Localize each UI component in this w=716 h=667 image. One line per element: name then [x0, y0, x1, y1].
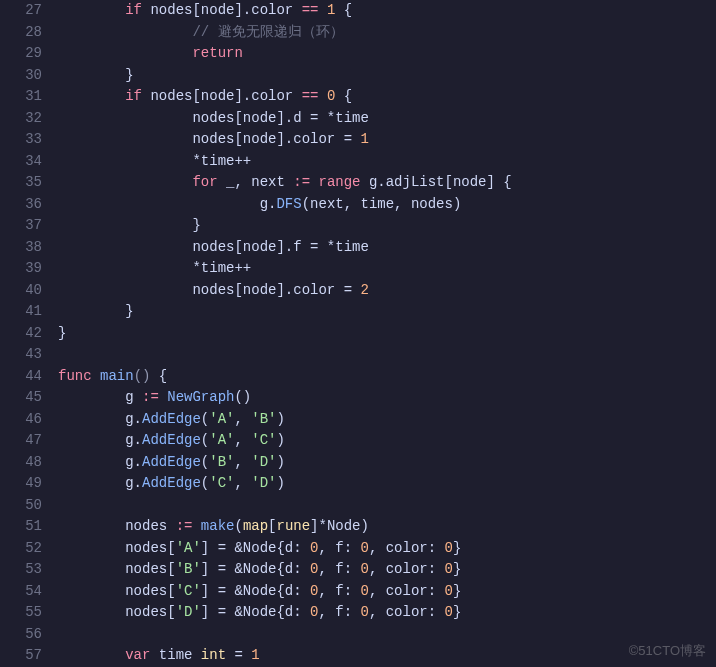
code-token: [318, 88, 326, 104]
code-line[interactable]: g := NewGraph(): [58, 387, 716, 409]
code-line[interactable]: g.AddEdge('C', 'D'): [58, 473, 716, 495]
code-token: 0: [361, 561, 369, 577]
code-token: g.: [125, 411, 142, 427]
code-token: nodes[: [125, 604, 175, 620]
code-token: range: [318, 174, 360, 190]
code-line[interactable]: g.AddEdge('B', 'D'): [58, 452, 716, 474]
code-line[interactable]: // 避免无限递归（环）: [58, 22, 716, 44]
code-token: AddEdge: [142, 454, 201, 470]
code-token: (: [201, 454, 209, 470]
code-token: (: [201, 411, 209, 427]
code-editor[interactable]: 2728293031323334353637383940414243444546…: [0, 0, 716, 667]
code-line[interactable]: g.AddEdge('A', 'C'): [58, 430, 716, 452]
code-token: ): [277, 411, 285, 427]
code-token: 'B': [176, 561, 201, 577]
code-token: 'A': [176, 540, 201, 556]
code-line[interactable]: for _, next := range g.adjList[node] {: [58, 172, 716, 194]
code-line[interactable]: nodes[node].f = *time: [58, 237, 716, 259]
code-line[interactable]: [58, 624, 716, 646]
code-token: 0: [361, 583, 369, 599]
code-token: time: [150, 647, 200, 663]
code-line[interactable]: }: [58, 323, 716, 345]
code-token: (): [134, 368, 151, 384]
code-token: ): [277, 475, 285, 491]
code-line[interactable]: g.AddEdge('A', 'B'): [58, 409, 716, 431]
line-number: 34: [0, 151, 42, 173]
code-line[interactable]: var time int = 1: [58, 645, 716, 667]
line-number: 39: [0, 258, 42, 280]
code-token: , f:: [318, 583, 360, 599]
code-token: make: [201, 518, 235, 534]
code-line[interactable]: nodes[node].color = 1: [58, 129, 716, 151]
code-token: :=: [176, 518, 193, 534]
code-line[interactable]: return: [58, 43, 716, 65]
code-token: nodes[node].d = *time: [192, 110, 368, 126]
line-number: 36: [0, 194, 42, 216]
code-token: 1: [251, 647, 259, 663]
code-token: g.adjList[node] {: [361, 174, 512, 190]
code-token: DFS: [276, 196, 301, 212]
code-token: 'A': [209, 411, 234, 427]
code-token: int: [201, 647, 226, 663]
code-token: ,: [234, 475, 251, 491]
code-line[interactable]: }: [58, 215, 716, 237]
code-line[interactable]: nodes[node].d = *time: [58, 108, 716, 130]
code-token: _, next: [218, 174, 294, 190]
line-number: 44: [0, 366, 42, 388]
code-line[interactable]: nodes['B'] = &Node{d: 0, f: 0, color: 0}: [58, 559, 716, 581]
code-token: (: [234, 518, 242, 534]
code-token: 0: [445, 604, 453, 620]
line-number: 55: [0, 602, 42, 624]
code-token: ,: [234, 432, 251, 448]
code-line[interactable]: }: [58, 301, 716, 323]
code-token: AddEdge: [142, 411, 201, 427]
code-token: }: [453, 604, 461, 620]
code-token: ): [277, 432, 285, 448]
code-line[interactable]: nodes['A'] = &Node{d: 0, f: 0, color: 0}: [58, 538, 716, 560]
line-number: 41: [0, 301, 42, 323]
code-token: , color:: [369, 583, 445, 599]
code-token: var: [125, 647, 150, 663]
code-line[interactable]: [58, 344, 716, 366]
code-token: func: [58, 368, 92, 384]
code-token: }: [453, 561, 461, 577]
code-line[interactable]: *time++: [58, 151, 716, 173]
code-token: 'C': [209, 475, 234, 491]
watermark-text: ©51CTO博客: [629, 640, 706, 662]
line-number: 45: [0, 387, 42, 409]
code-token: [318, 2, 326, 18]
code-line[interactable]: if nodes[node].color == 0 {: [58, 86, 716, 108]
code-line[interactable]: *time++: [58, 258, 716, 280]
code-token: {: [335, 2, 352, 18]
code-line[interactable]: [58, 495, 716, 517]
code-token: nodes[: [125, 540, 175, 556]
code-line[interactable]: if nodes[node].color == 1 {: [58, 0, 716, 22]
code-line[interactable]: nodes['D'] = &Node{d: 0, f: 0, color: 0}: [58, 602, 716, 624]
code-token: ): [277, 454, 285, 470]
code-token: }: [125, 303, 133, 319]
code-token: g.: [125, 432, 142, 448]
line-number: 49: [0, 473, 42, 495]
code-token: 0: [361, 540, 369, 556]
code-token: , color:: [369, 604, 445, 620]
line-number: 40: [0, 280, 42, 302]
code-token: g.: [125, 454, 142, 470]
code-line[interactable]: nodes['C'] = &Node{d: 0, f: 0, color: 0}: [58, 581, 716, 603]
line-number: 56: [0, 624, 42, 646]
code-line[interactable]: func main() {: [58, 366, 716, 388]
line-number: 47: [0, 430, 42, 452]
line-number: 51: [0, 516, 42, 538]
code-token: g.: [125, 475, 142, 491]
code-line[interactable]: nodes := make(map[rune]*Node): [58, 516, 716, 538]
code-content[interactable]: if nodes[node].color == 1 { // 避免无限递归（环）…: [58, 0, 716, 667]
code-line[interactable]: }: [58, 65, 716, 87]
line-number: 27: [0, 0, 42, 22]
code-token: main: [100, 368, 134, 384]
code-line[interactable]: g.DFS(next, time, nodes): [58, 194, 716, 216]
code-token: ] = &Node{d:: [201, 604, 310, 620]
line-number-gutter: 2728293031323334353637383940414243444546…: [0, 0, 58, 667]
code-token: 0: [445, 583, 453, 599]
code-token: }: [453, 583, 461, 599]
code-line[interactable]: nodes[node].color = 2: [58, 280, 716, 302]
code-token: ] = &Node{d:: [201, 540, 310, 556]
